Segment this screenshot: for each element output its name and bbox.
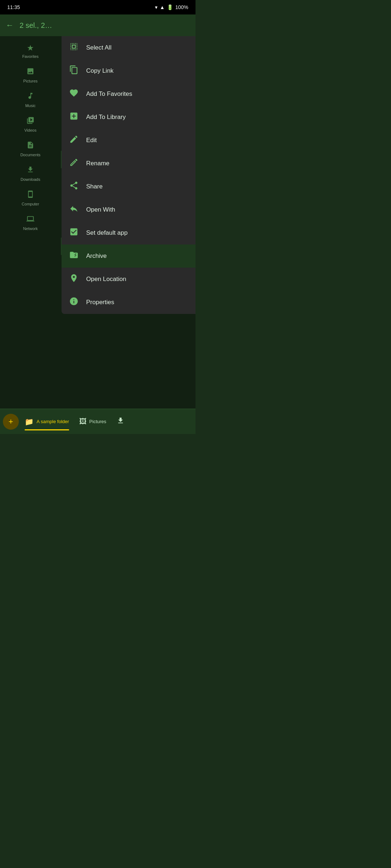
menu-open-with-label: Open With [86, 206, 115, 213]
menu-edit-label: Edit [86, 137, 97, 144]
menu-item-add-favorites[interactable]: Add To Favorites [62, 82, 196, 106]
menu-open-location-label: Open Location [86, 276, 126, 283]
menu-item-edit[interactable]: Edit [62, 129, 196, 152]
menu-item-archive[interactable]: Archive [62, 244, 196, 268]
folder-tab-icon: 📁 [25, 417, 34, 426]
menu-item-open-with[interactable]: Open With [62, 198, 196, 221]
menu-copy-link-label: Copy Link [86, 67, 114, 75]
menu-item-rename[interactable]: Rename [62, 152, 196, 175]
menu-add-favorites-label: Add To Favorites [86, 90, 132, 98]
battery-percent: 100% [175, 4, 188, 10]
menu-archive-label: Archive [86, 252, 107, 260]
properties-icon [69, 297, 79, 308]
pictures-tab-icon: 🖼 [79, 417, 87, 426]
signal-icon: ▲ [160, 4, 165, 10]
rename-icon [69, 158, 79, 169]
menu-item-properties[interactable]: Properties [62, 291, 196, 314]
menu-item-share[interactable]: Share [62, 175, 196, 198]
menu-properties-label: Properties [86, 299, 114, 306]
bottom-tab-folder[interactable]: 📁 A sample folder [20, 414, 73, 429]
status-time: 11:35 [7, 4, 20, 10]
select-all-icon [69, 42, 79, 54]
status-bar: 11:35 ▾ ▲ 🔋 100% [0, 0, 196, 14]
menu-item-copy-link[interactable]: Copy Link [62, 59, 196, 82]
menu-item-select-all[interactable]: Select All [62, 36, 196, 59]
folder-tab-label: A sample folder [37, 419, 69, 424]
bottom-tab-pictures[interactable]: 🖼 Pictures [75, 414, 111, 429]
open-location-icon [69, 273, 79, 285]
fab-button[interactable]: + [3, 414, 19, 430]
share-icon [69, 181, 79, 192]
wifi-icon: ▾ [155, 4, 157, 10]
edit-icon [69, 135, 79, 146]
downloads-tab-icon [117, 417, 125, 426]
heart-icon [69, 88, 79, 100]
pictures-tab-label: Pictures [89, 419, 106, 424]
status-icons: ▾ ▲ 🔋 100% [155, 4, 188, 10]
main-layout: ★ Favorites Pictures Music Videos [0, 36, 196, 409]
battery-icon: 🔋 [167, 4, 173, 10]
menu-set-default-label: Set default app [86, 229, 127, 237]
menu-add-library-label: Add To Library [86, 114, 126, 121]
bottom-bar: + 📁 A sample folder 🖼 Pictures [0, 409, 196, 434]
menu-select-all-label: Select All [86, 44, 112, 51]
back-button[interactable]: ← [6, 21, 14, 30]
add-library-icon [69, 111, 79, 123]
archive-icon [69, 250, 79, 262]
copy-link-icon [69, 65, 79, 77]
bottom-tab-downloads[interactable] [112, 414, 129, 429]
page-title: 2 sel., 2… [20, 21, 52, 30]
menu-item-set-default[interactable]: Set default app [62, 221, 196, 244]
menu-share-label: Share [86, 183, 102, 190]
open-with-icon [69, 204, 79, 216]
menu-item-open-location[interactable]: Open Location [62, 268, 196, 291]
top-bar: ← 2 sel., 2… [0, 14, 196, 36]
context-menu: Select All Copy Link Add To Favorites Ad… [62, 36, 196, 314]
menu-rename-label: Rename [86, 160, 109, 167]
menu-item-add-library[interactable]: Add To Library [62, 106, 196, 129]
set-default-icon [69, 227, 79, 239]
